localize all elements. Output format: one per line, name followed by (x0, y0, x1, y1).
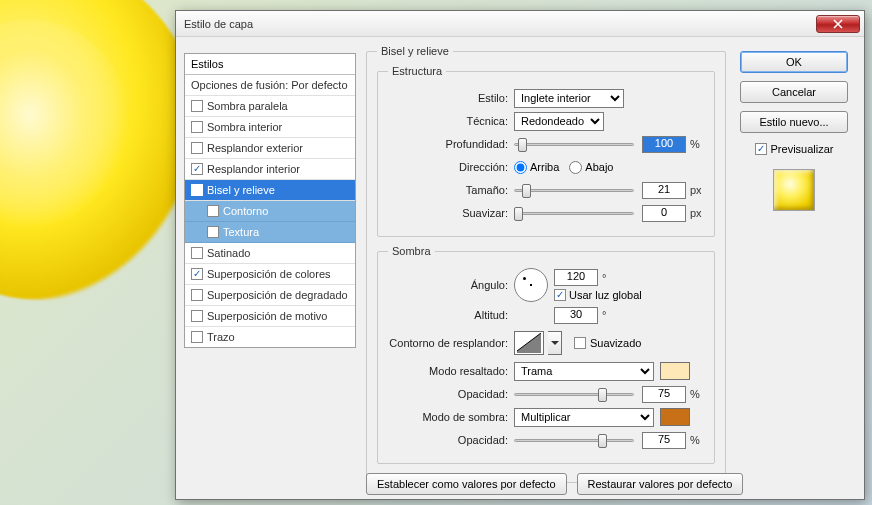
preview-checkbox[interactable] (755, 143, 767, 155)
direction-label: Dirección: (388, 161, 514, 173)
technique-label: Técnica: (388, 115, 514, 127)
contour-icon (517, 333, 541, 353)
style-row-outer-glow[interactable]: Resplandor exterior (185, 138, 355, 159)
angle-label: Ángulo: (388, 279, 514, 291)
bevel-fieldset: Bisel y relieve Estructura Estilo: Ingle… (366, 45, 726, 483)
altitude-input[interactable]: 30 (554, 307, 598, 324)
close-icon (833, 19, 843, 29)
blending-options-row[interactable]: Opciones de fusión: Por defecto (185, 75, 355, 96)
style-label: Estilo: (388, 92, 514, 104)
size-slider[interactable] (514, 182, 634, 198)
depth-label: Profundidad: (388, 138, 514, 150)
make-default-button[interactable]: Establecer como valores por defecto (366, 473, 567, 495)
direction-up-label: Arriba (530, 161, 559, 173)
technique-select[interactable]: Redondeado (514, 112, 604, 131)
style-row-inner-glow[interactable]: Resplandor interior (185, 159, 355, 180)
shadow-mode-label: Modo de sombra: (388, 411, 514, 423)
ok-button[interactable]: OK (740, 51, 848, 73)
shadow-opacity-input[interactable]: 75 (642, 432, 686, 449)
styles-header: Estilos (185, 54, 355, 75)
style-row-stroke[interactable]: Trazo (185, 327, 355, 347)
pct-unit: % (690, 434, 700, 446)
style-label: Textura (223, 226, 259, 238)
antialias-checkbox[interactable] (574, 337, 586, 349)
highlight-opacity-slider[interactable] (514, 386, 634, 402)
style-row-gradient-overlay[interactable]: Superposición de degradado (185, 285, 355, 306)
checkbox-icon[interactable] (191, 310, 203, 322)
checkbox-icon[interactable] (191, 184, 203, 196)
style-row-bevel-emboss[interactable]: Bisel y relieve (185, 180, 355, 201)
preview-swatch (773, 169, 815, 211)
gloss-contour-swatch[interactable] (514, 331, 544, 355)
checkbox-icon[interactable] (191, 247, 203, 259)
style-label: Trazo (207, 331, 235, 343)
structure-legend: Estructura (388, 65, 446, 77)
checkbox-icon[interactable] (191, 121, 203, 133)
pct-unit: % (690, 388, 700, 400)
angle-unit: ° (602, 272, 606, 284)
highlight-mode-label: Modo resaltado: (388, 365, 514, 377)
shading-legend: Sombra (388, 245, 435, 257)
style-label: Contorno (223, 205, 268, 217)
style-label: Resplandor exterior (207, 142, 303, 154)
checkbox-icon[interactable] (207, 205, 219, 217)
checkbox-icon[interactable] (191, 142, 203, 154)
cancel-button[interactable]: Cancelar (740, 81, 848, 103)
checkbox-icon[interactable] (191, 100, 203, 112)
new-style-button[interactable]: Estilo nuevo... (740, 111, 848, 133)
shadow-mode-select[interactable]: Multiplicar (514, 408, 654, 427)
style-label: Superposición de colores (207, 268, 331, 280)
gloss-contour-dropdown[interactable] (548, 331, 562, 355)
altitude-label: Altitud: (388, 309, 514, 321)
angle-input[interactable]: 120 (554, 269, 598, 286)
checkbox-icon[interactable] (207, 226, 219, 238)
depth-unit: % (690, 138, 700, 150)
style-label: Satinado (207, 247, 250, 259)
altitude-unit: ° (602, 309, 606, 321)
shadow-opacity-label: Opacidad: (388, 434, 514, 446)
soften-label: Suavizar: (388, 207, 514, 219)
titlebar: Estilo de capa (176, 11, 864, 37)
style-label: Bisel y relieve (207, 184, 275, 196)
highlight-mode-select[interactable]: Trama (514, 362, 654, 381)
soften-slider[interactable] (514, 205, 634, 221)
direction-up-radio[interactable] (514, 161, 527, 174)
preview-label: Previsualizar (771, 143, 834, 155)
global-light-checkbox[interactable] (554, 289, 566, 301)
checkbox-icon[interactable] (191, 268, 203, 280)
style-row-contour[interactable]: Contorno (185, 201, 355, 222)
antialias-label: Suavizado (590, 337, 641, 349)
size-input[interactable]: 21 (642, 182, 686, 199)
style-label: Sombra interior (207, 121, 282, 133)
style-row-pattern-overlay[interactable]: Superposición de motivo (185, 306, 355, 327)
depth-input[interactable]: 100 (642, 136, 686, 153)
angle-dial[interactable] (514, 268, 548, 302)
highlight-opacity-input[interactable]: 75 (642, 386, 686, 403)
gloss-contour-label: Contorno de resplandor: (388, 337, 514, 349)
style-row-texture[interactable]: Textura (185, 222, 355, 243)
checkbox-icon[interactable] (191, 163, 203, 175)
style-row-color-overlay[interactable]: Superposición de colores (185, 264, 355, 285)
size-unit: px (690, 184, 702, 196)
close-button[interactable] (816, 15, 860, 33)
checkbox-icon[interactable] (191, 289, 203, 301)
soften-input[interactable]: 0 (642, 205, 686, 222)
style-label: Superposición de degradado (207, 289, 348, 301)
style-row-satin[interactable]: Satinado (185, 243, 355, 264)
soften-unit: px (690, 207, 702, 219)
reset-default-button[interactable]: Restaurar valores por defecto (577, 473, 744, 495)
style-row-drop-shadow[interactable]: Sombra paralela (185, 96, 355, 117)
global-light-label: Usar luz global (569, 289, 642, 301)
style-label: Superposición de motivo (207, 310, 327, 322)
style-row-inner-shadow[interactable]: Sombra interior (185, 117, 355, 138)
panel-title: Bisel y relieve (377, 45, 453, 57)
highlight-color-swatch[interactable] (660, 362, 690, 380)
direction-down-radio[interactable] (569, 161, 582, 174)
style-select[interactable]: Inglete interior (514, 89, 624, 108)
shadow-opacity-slider[interactable] (514, 432, 634, 448)
shadow-color-swatch[interactable] (660, 408, 690, 426)
window-title: Estilo de capa (184, 18, 816, 30)
style-label: Sombra paralela (207, 100, 288, 112)
checkbox-icon[interactable] (191, 331, 203, 343)
depth-slider[interactable] (514, 136, 634, 152)
